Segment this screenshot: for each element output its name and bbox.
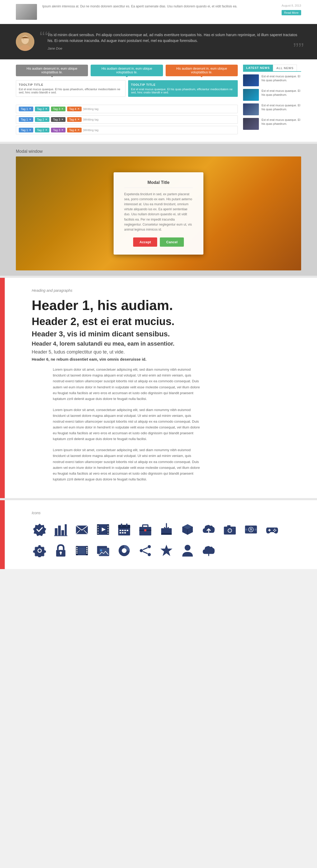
icons-section: Icons (0, 500, 317, 569)
calendar-icon (116, 522, 132, 537)
tag-input-3[interactable] (83, 128, 235, 132)
svg-rect-20 (108, 528, 109, 529)
svg-point-60 (273, 530, 274, 531)
svg-rect-71 (76, 549, 78, 550)
headings-section-label: Heading and paragraphs (32, 288, 285, 292)
tag-4b[interactable]: Tag 4 ✕ (67, 117, 82, 122)
article-body: Ipsum alenim interessa at. Dui ne mondo … (42, 4, 276, 9)
tag-input-1[interactable] (83, 107, 235, 111)
svg-rect-72 (76, 551, 78, 552)
modal-accept-button[interactable]: Accept (133, 238, 157, 247)
tag-close-icon[interactable]: ✕ (45, 128, 47, 131)
svg-rect-18 (98, 533, 98, 534)
svg-rect-15 (98, 526, 98, 527)
tag-2a[interactable]: Tag 2 ✕ (35, 106, 49, 111)
tag-3a[interactable]: Tag 3 ✕ (51, 106, 65, 111)
tag-close-icon[interactable]: ✕ (29, 107, 31, 110)
svg-rect-78 (78, 547, 86, 554)
gamepad-icon (264, 522, 280, 537)
tag-close-icon[interactable]: ✕ (78, 107, 80, 110)
tag-1a[interactable]: Tag 1 ✕ (19, 106, 33, 111)
tag-4c[interactable]: Tag 4 ✕ (67, 128, 82, 132)
tags-row-1: Tag 1 ✕ Tag 2 ✕ Tag 3 ✕ Tag 4 ✕ (16, 105, 238, 113)
tag-close-icon[interactable]: ✕ (61, 128, 63, 131)
tag-close-icon[interactable]: ✕ (61, 118, 63, 121)
modal-section: Modal window Modal Title Expetenda tinci… (0, 144, 317, 276)
left-accent-bar (0, 278, 5, 498)
bar-chart-icon (53, 522, 69, 537)
heading-1: Header 1, his audiam. (32, 298, 285, 313)
icons-grid: $ (32, 522, 285, 559)
image-gallery-icon (95, 543, 111, 559)
svg-line-88 (143, 551, 148, 554)
svg-rect-37 (144, 529, 146, 531)
tag-1c[interactable]: Tag 1 ✕ (19, 128, 33, 132)
svg-point-85 (140, 549, 143, 552)
paragraph-2: Lorem ipsum dolor sit amet, consectetuer… (53, 407, 201, 442)
tag-close-icon[interactable]: ✕ (45, 107, 47, 110)
tag-4a[interactable]: Tag 4 ✕ (67, 106, 82, 111)
tag-close-icon[interactable]: ✕ (78, 128, 80, 131)
news-text-3: Est el erat mucus quaeque. El his quas p… (262, 103, 301, 112)
cloud-icon (201, 543, 217, 559)
svg-rect-27 (120, 530, 121, 531)
tooltip-bubble-gray: His audiam deserunt in, eum ubique volup… (16, 65, 88, 76)
news-text-2: Est el erat mucus quaeque. El his quas p… (262, 89, 301, 97)
verified-badge-icon (32, 522, 48, 537)
tag-close-icon[interactable]: ✕ (61, 107, 63, 110)
tooltip-card-2: TOOLTIP TITLE Est el erat mucus quaeque.… (128, 80, 238, 97)
news-thumbnail-2 (243, 89, 259, 101)
film-icon (95, 522, 111, 537)
tab-all-news[interactable]: ALL NEWS (273, 65, 297, 71)
tag-1b[interactable]: Tag 1 ✕ (19, 117, 33, 122)
left-panel: His audiam deserunt in, eum ubique volup… (16, 65, 238, 136)
tags-row-2: Tag 1 ✕ Tag 2 ✕ Tag 3 ✕ Tag 4 ✕ (16, 115, 238, 124)
news-item-1: Est el erat mucus quaeque. El his quas p… (243, 74, 301, 86)
svg-rect-33 (124, 532, 126, 533)
section-divider-3 (0, 498, 317, 500)
svg-rect-39 (161, 533, 172, 535)
modal-cancel-button[interactable]: Cancel (160, 238, 184, 247)
box-open-icon (180, 522, 196, 537)
svg-point-48 (228, 529, 231, 532)
tag-close-icon[interactable]: ✕ (78, 118, 80, 121)
quote-text: Vis id minim dicant sensibus. Pri aliqui… (48, 32, 301, 44)
svg-rect-21 (108, 530, 109, 532)
svg-rect-29 (124, 530, 126, 531)
svg-rect-80 (99, 548, 109, 556)
read-more-button[interactable]: Read More (282, 10, 301, 15)
tag-close-icon[interactable]: ✕ (29, 128, 31, 131)
left-accent-bar-2 (0, 500, 5, 569)
quote-section: Vis id minim dicant sensibus. Pri aliqui… (0, 24, 317, 59)
svg-point-90 (185, 545, 191, 551)
modal-box: Modal Title Expetenda tincidunt in sed, … (114, 172, 203, 255)
tag-3c[interactable]: Tag 3 ✕ (51, 128, 65, 132)
svg-rect-4 (55, 528, 58, 535)
heading-2: Header 2, est ei erat mucius. (32, 315, 285, 328)
svg-point-61 (274, 531, 275, 532)
svg-rect-75 (86, 549, 88, 550)
tag-3b[interactable]: Tag 3 ✕ (51, 117, 65, 122)
modal-title: Modal Title (124, 180, 193, 188)
svg-rect-17 (98, 530, 98, 532)
article-date: August 8, 2013 (282, 4, 301, 7)
tag-2b[interactable]: Tag 2 ✕ (35, 117, 49, 122)
tag-close-icon[interactable]: ✕ (45, 118, 47, 121)
download-box-icon (158, 522, 174, 537)
svg-point-86 (148, 553, 151, 556)
svg-rect-49 (227, 525, 231, 528)
tag-input-2[interactable] (83, 118, 235, 121)
svg-rect-73 (76, 553, 78, 554)
article-thumbnail (16, 4, 37, 20)
svg-rect-77 (86, 553, 88, 554)
svg-point-63 (38, 549, 41, 552)
svg-point-58 (274, 529, 275, 530)
news-thumbnail-3 (243, 103, 259, 115)
tag-close-icon[interactable]: ✕ (29, 118, 31, 121)
tag-2c[interactable]: Tag 2 ✕ (35, 128, 49, 132)
svg-rect-24 (118, 525, 130, 528)
headings-section: Heading and paragraphs Header 1, his aud… (0, 278, 317, 498)
svg-point-54 (246, 528, 248, 531)
svg-text:$: $ (250, 528, 252, 531)
tab-latest-news[interactable]: LATEST NEWS (243, 65, 273, 71)
